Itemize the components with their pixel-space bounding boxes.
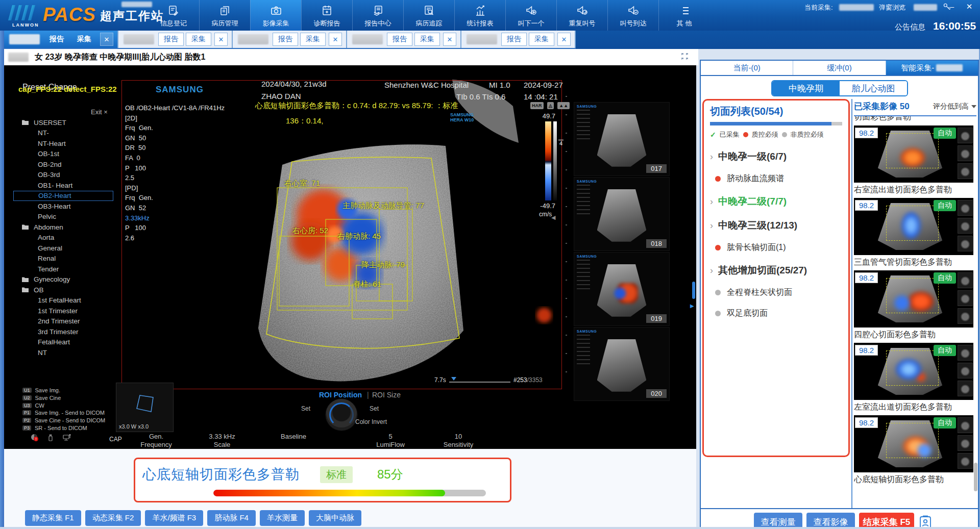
preset-tree-item[interactable]: Gynecology: [13, 274, 119, 285]
menu-item-report-center[interactable]: 报告中心: [352, 0, 403, 31]
tab-close-button[interactable]: ✕: [443, 33, 456, 46]
captured-thumbnail[interactable]: 98.2 自动: [854, 198, 973, 255]
capture-function-button[interactable]: 大脑中动脉: [309, 510, 361, 526]
color-invert-label[interactable]: Color Invert: [355, 418, 387, 425]
patient-tab[interactable]: 报告 采集 ✕: [347, 31, 461, 48]
tab-close-button[interactable]: ✕: [557, 33, 571, 46]
cine-scrubber[interactable]: [449, 382, 510, 383]
cine-position-marker[interactable]: [451, 377, 456, 381]
capture-function-button[interactable]: 脐动脉 F4: [207, 510, 256, 526]
preset-tree-item[interactable]: OB1- Heart: [13, 180, 119, 191]
menu-item-call-next[interactable]: 叫下一个: [505, 0, 556, 31]
knob-lumiflow[interactable]: 5 LumiFlow: [360, 433, 421, 449]
layout-grid-icon[interactable]: [680, 53, 688, 61]
strip-scrollbar[interactable]: [692, 282, 695, 299]
plane-item[interactable]: › 中晚孕一级(6/7): [710, 150, 842, 163]
preset-tree-item[interactable]: 1st Trimester: [13, 306, 119, 316]
protocol-subtab[interactable]: 中晚孕期: [772, 81, 840, 95]
cine-thumbnail[interactable]: SAMSUNG 020: [574, 327, 670, 401]
minimize-button[interactable]: –: [946, 2, 958, 11]
capture-function-button[interactable]: 羊水/频谱 F3: [145, 510, 203, 526]
protocol-subtab[interactable]: 胎儿心动图: [840, 81, 907, 95]
right-panel-tab[interactable]: 智能采集-: [886, 61, 978, 75]
roi-position-label[interactable]: ROI Position: [319, 391, 362, 399]
preset-tree-item[interactable]: NT-: [13, 128, 119, 139]
close-button[interactable]: ✕: [964, 2, 975, 11]
menu-item-call-arrived[interactable]: 叫号到达: [607, 0, 658, 31]
cine-thumbnail[interactable]: SAMSUNG 019: [574, 252, 670, 326]
tab-close-button[interactable]: ✕: [329, 33, 342, 46]
capture-function-button[interactable]: 静态采集 F1: [25, 510, 81, 526]
preset-tree-item[interactable]: 3rd Trimester: [13, 326, 119, 337]
knob-scale[interactable]: 3.33 kHz Scale: [191, 433, 253, 449]
tab-report-button[interactable]: 报告: [387, 33, 412, 46]
plane-item[interactable]: › 脐动脉血流频谱: [710, 173, 842, 184]
preset-tree-item[interactable]: 1st FetalHeart: [13, 295, 119, 306]
tab-close-button[interactable]: ✕: [214, 33, 228, 46]
tab-report-button[interactable]: 报告: [273, 33, 298, 46]
preset-tree-item[interactable]: OB2-Heart: [13, 191, 113, 201]
set-left-label[interactable]: Set: [301, 405, 310, 412]
knob-baseline[interactable]: Baseline: [263, 433, 324, 441]
menu-item-more[interactable]: 其 他: [658, 0, 709, 31]
menu-item-repeat-call[interactable]: 重复叫号: [556, 0, 607, 31]
patient-tab[interactable]: 报告 采集 ✕: [4, 31, 118, 48]
captured-thumbnail[interactable]: 98.2 自动: [854, 343, 973, 400]
roi-size-label[interactable]: ROI Size: [372, 391, 401, 399]
preset-tree-item[interactable]: OB-1st: [13, 149, 119, 160]
captured-item[interactable]: 98.2 自动 四腔心切面彩色多普勒: [854, 270, 976, 340]
knob-frequency[interactable]: Gen. Frequency: [126, 433, 187, 449]
preset-tree-item[interactable]: Renal: [13, 254, 119, 264]
captured-item[interactable]: 98.2 自动 心底短轴切面彩色多普勒: [854, 415, 976, 485]
trackball-control[interactable]: [326, 399, 357, 431]
plane-item[interactable]: › 其他增加切面(25/27): [710, 264, 842, 277]
preset-tree-item[interactable]: OB-3rd: [13, 170, 119, 181]
menu-item-statistics[interactable]: 统计报表: [454, 0, 505, 31]
right-panel-tab[interactable]: 当前-(0): [701, 61, 793, 75]
patient-tab[interactable]: 报告 采集 ✕: [118, 31, 233, 48]
popup-browse-label[interactable]: 弹窗浏览: [879, 3, 905, 12]
tab-capture-button[interactable]: 采集: [300, 33, 326, 46]
menu-item-capture[interactable]: 影像采集: [250, 0, 301, 31]
capture-function-button[interactable]: 动态采集 F2: [85, 510, 141, 526]
preset-tree-item[interactable]: Aorta: [13, 233, 119, 243]
knob-sensitivity[interactable]: 10 Sensitivity: [428, 433, 489, 449]
sort-dropdown[interactable]: 评分低到高: [933, 102, 976, 111]
captured-thumbnail[interactable]: 98.2 自动: [854, 415, 973, 472]
preset-tree-item[interactable]: Pelvic: [13, 212, 119, 222]
preset-tree-item[interactable]: OB: [13, 285, 119, 295]
preset-tree-item[interactable]: FetalHeart: [13, 337, 119, 348]
plane-item[interactable]: › 全程脊柱矢状切面: [710, 287, 842, 298]
preset-tree-item[interactable]: Abdomen: [13, 222, 119, 233]
preset-exit-button[interactable]: Exit ×: [91, 108, 108, 116]
captured-item[interactable]: 98.2 自动 三血管气管切面彩色多普勒: [854, 198, 976, 268]
cine-thumbnail[interactable]: SAMSUNG 018: [574, 177, 670, 251]
plane-item[interactable]: › 肱骨长轴切面(1): [710, 242, 842, 253]
tab-report-button[interactable]: 报告: [44, 33, 69, 46]
captured-thumbnail[interactable]: 98.2 自动: [854, 125, 973, 183]
strip-expand-icon[interactable]: ▶: [690, 303, 694, 309]
announcement-link[interactable]: 公告信息: [895, 22, 925, 32]
menu-item-register[interactable]: 信息登记: [148, 0, 199, 31]
cine-thumbnail[interactable]: SAMSUNG 017: [574, 102, 670, 176]
captured-thumbnail[interactable]: 98.2 自动: [854, 270, 973, 328]
tab-close-button[interactable]: ✕: [100, 33, 113, 46]
preset-tree-item[interactable]: 2nd Trimester: [13, 316, 119, 327]
menu-item-records[interactable]: 病历管理: [199, 0, 250, 31]
preset-tree-item[interactable]: OB-2nd: [13, 159, 119, 170]
tab-capture-button[interactable]: 采集: [186, 33, 211, 46]
patient-tab[interactable]: 报告 采集 ✕: [461, 31, 576, 48]
tab-capture-button[interactable]: 采集: [414, 33, 440, 46]
menu-item-tracking[interactable]: 病历追踪: [403, 0, 454, 31]
preset-tree-item[interactable]: General: [13, 243, 119, 254]
tab-capture-button[interactable]: 采集: [529, 33, 554, 46]
collapse-left-icon[interactable]: ◀: [551, 214, 555, 221]
tab-report-button[interactable]: 报告: [501, 33, 527, 46]
set-right-label[interactable]: Set: [370, 405, 379, 412]
preset-tree-item[interactable]: NT-Heart: [13, 138, 119, 149]
tab-capture-button[interactable]: 采集: [71, 33, 97, 46]
preset-tree-item[interactable]: USERSET: [13, 117, 119, 128]
preset-tree-item[interactable]: Tender: [13, 264, 119, 274]
right-panel-tab[interactable]: 缓冲(0): [793, 61, 886, 75]
menu-item-report[interactable]: 诊断报告: [301, 0, 352, 31]
